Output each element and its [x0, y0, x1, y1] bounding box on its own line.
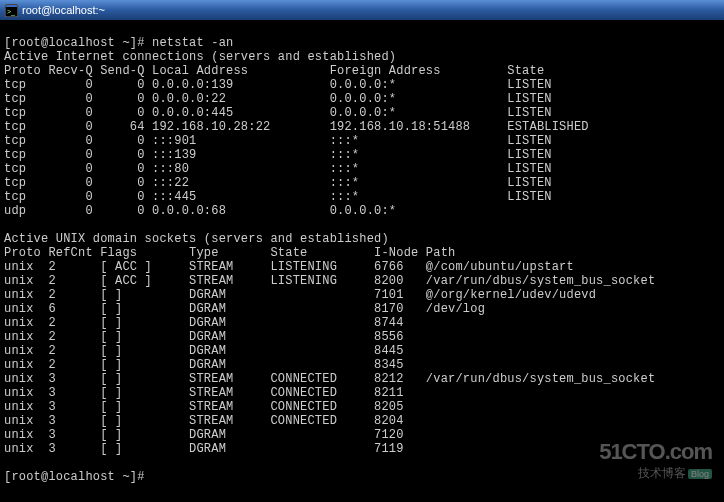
inet-row: tcp 0 0 :::80 :::* LISTEN: [4, 162, 552, 176]
prompt-end: [root@localhost ~]#: [4, 470, 145, 484]
inet-row: tcp 0 0 :::445 :::* LISTEN: [4, 190, 552, 204]
window-title: root@localhost:~: [22, 4, 105, 16]
unix-row: unix 2 [ ] DGRAM 8744: [4, 316, 404, 330]
unix-row: unix 3 [ ] DGRAM 7120: [4, 428, 404, 442]
terminal-icon: >_: [4, 3, 18, 17]
inet-row: tcp 0 0 :::22 :::* LISTEN: [4, 176, 552, 190]
unix-row: unix 2 [ ] DGRAM 8556: [4, 330, 404, 344]
inet-row: tcp 0 0 :::139 :::* LISTEN: [4, 148, 552, 162]
unix-row: unix 2 [ ] DGRAM 7101 @/org/kernel/udev/…: [4, 288, 596, 302]
unix-row: unix 2 [ ACC ] STREAM LISTENING 8200 /va…: [4, 274, 655, 288]
unix-row: unix 2 [ ] DGRAM 8445: [4, 344, 404, 358]
inet-row: udp 0 0 0.0.0.0:68 0.0.0.0:*: [4, 204, 396, 218]
watermark-badge: Blog: [688, 469, 712, 479]
inet-row: tcp 0 64 192.168.10.28:22 192.168.10.18:…: [4, 120, 589, 134]
unix-row: unix 2 [ ] DGRAM 8345: [4, 358, 404, 372]
svg-text:>_: >_: [7, 8, 15, 16]
unix-row: unix 3 [ ] STREAM CONNECTED 8204: [4, 414, 404, 428]
svg-rect-1: [6, 5, 17, 7]
inet-row: tcp 0 0 0.0.0.0:139 0.0.0.0:* LISTEN: [4, 78, 552, 92]
unix-row: unix 6 [ ] DGRAM 8170 /dev/log: [4, 302, 485, 316]
inet-row: tcp 0 0 :::901 :::* LISTEN: [4, 134, 552, 148]
inet-columns: Proto Recv-Q Send-Q Local Address Foreig…: [4, 64, 544, 78]
unix-row: unix 2 [ ACC ] STREAM LISTENING 6766 @/c…: [4, 260, 574, 274]
unix-row: unix 3 [ ] STREAM CONNECTED 8212 /var/ru…: [4, 372, 655, 386]
terminal-output[interactable]: [root@localhost ~]# netstat -an Active I…: [0, 20, 724, 486]
watermark-line1: 51CTO.com: [599, 439, 712, 465]
command-text: netstat -an: [152, 36, 233, 50]
unix-row: unix 3 [ ] DGRAM 7119: [4, 442, 404, 456]
window-titlebar[interactable]: >_ root@localhost:~: [0, 0, 724, 20]
inet-header: Active Internet connections (servers and…: [4, 50, 396, 64]
watermark-line2: 技术博客: [638, 466, 686, 480]
prompt: [root@localhost ~]#: [4, 36, 152, 50]
watermark: 51CTO.com 技术博客Blog: [599, 439, 712, 482]
unix-columns: Proto RefCnt Flags Type State I-Node Pat…: [4, 246, 455, 260]
unix-header: Active UNIX domain sockets (servers and …: [4, 232, 389, 246]
unix-row: unix 3 [ ] STREAM CONNECTED 8211: [4, 386, 404, 400]
inet-row: tcp 0 0 0.0.0.0:445 0.0.0.0:* LISTEN: [4, 106, 552, 120]
unix-row: unix 3 [ ] STREAM CONNECTED 8205: [4, 400, 404, 414]
inet-row: tcp 0 0 0.0.0.0:22 0.0.0.0:* LISTEN: [4, 92, 552, 106]
